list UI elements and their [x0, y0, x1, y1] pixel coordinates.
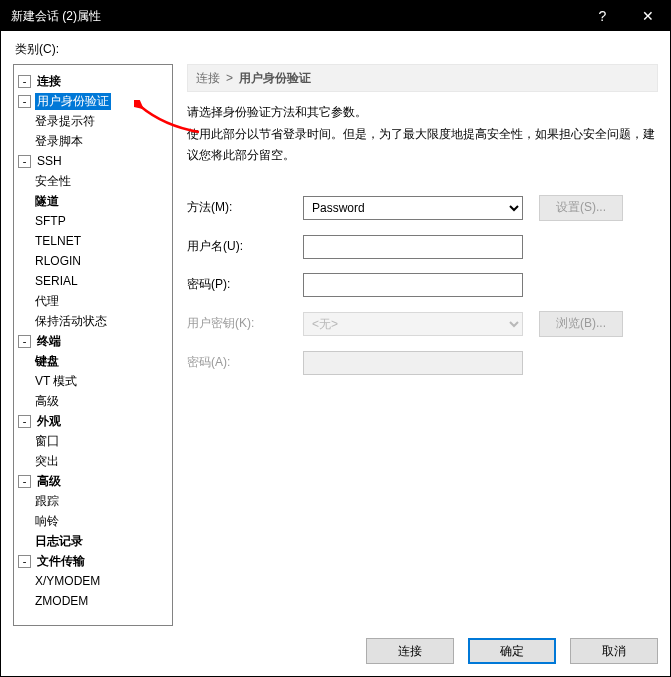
userkey-select: <无>	[303, 312, 523, 336]
password-input[interactable]	[303, 273, 523, 297]
password-label: 密码(P):	[187, 276, 287, 293]
expander-icon[interactable]: -	[18, 335, 31, 348]
tree-vt[interactable]: VT 模式	[33, 373, 79, 390]
window-title: 新建会话 (2)属性	[11, 8, 580, 25]
tree-telnet[interactable]: TELNET	[33, 234, 83, 248]
userkey-label: 用户密钥(K):	[187, 315, 287, 332]
columns: -连接 -用户身份验证 .登录提示符 .登录脚本 -SSH	[13, 64, 658, 626]
cancel-button[interactable]: 取消	[570, 638, 658, 664]
auth-form: 方法(M): Password 设置(S)... 用户名(U): 密码(P): …	[187, 195, 658, 375]
dialog-body: 类别(C): -连接 -用户身份验证 .登录提示符	[1, 31, 670, 676]
tree-highlight[interactable]: 突出	[33, 453, 61, 470]
tree-rlogin[interactable]: RLOGIN	[33, 254, 83, 268]
connect-button[interactable]: 连接	[366, 638, 454, 664]
expander-icon[interactable]: -	[18, 155, 31, 168]
browse-button: 浏览(B)...	[539, 311, 623, 337]
ok-button[interactable]: 确定	[468, 638, 556, 664]
description: 请选择身份验证方法和其它参数。 使用此部分以节省登录时间。但是，为了最大限度地提…	[187, 102, 658, 167]
method-label: 方法(M):	[187, 199, 287, 216]
titlebar: 新建会话 (2)属性 ? ✕	[1, 1, 670, 31]
category-tree[interactable]: -连接 -用户身份验证 .登录提示符 .登录脚本 -SSH	[13, 64, 173, 626]
tree-security[interactable]: 安全性	[33, 173, 73, 190]
help-button[interactable]: ?	[580, 1, 625, 31]
category-label: 类别(C):	[15, 41, 658, 58]
passphrase-input	[303, 351, 523, 375]
tree-appearance[interactable]: 外观	[35, 413, 63, 430]
breadcrumb-current: 用户身份验证	[239, 70, 311, 87]
settings-button: 设置(S)...	[539, 195, 623, 221]
tree-keepalive[interactable]: 保持活动状态	[33, 313, 109, 330]
desc-line-2: 使用此部分以节省登录时间。但是，为了最大限度地提高安全性，如果担心安全问题，建议…	[187, 124, 658, 167]
dialog-window: 新建会话 (2)属性 ? ✕ 类别(C): -连接 -用户身份验证 .登录提示符	[0, 0, 671, 677]
tree-proxy[interactable]: 代理	[33, 293, 61, 310]
right-panel: 连接 > 用户身份验证 请选择身份验证方法和其它参数。 使用此部分以节省登录时间…	[187, 64, 658, 626]
expander-icon[interactable]: -	[18, 475, 31, 488]
tree-login-prompt[interactable]: 登录提示符	[33, 113, 97, 130]
username-label: 用户名(U):	[187, 238, 287, 255]
expander-icon[interactable]: -	[18, 95, 31, 108]
tree-keyboard[interactable]: 键盘	[33, 353, 61, 370]
chevron-right-icon: >	[226, 71, 233, 85]
expander-icon[interactable]: -	[18, 75, 31, 88]
tree-transfer[interactable]: 文件传输	[35, 553, 87, 570]
expander-icon[interactable]: -	[18, 415, 31, 428]
desc-line-1: 请选择身份验证方法和其它参数。	[187, 102, 658, 124]
tree-sftp[interactable]: SFTP	[33, 214, 68, 228]
tree-logging[interactable]: 日志记录	[33, 533, 85, 550]
breadcrumb: 连接 > 用户身份验证	[187, 64, 658, 92]
method-select[interactable]: Password	[303, 196, 523, 220]
close-button[interactable]: ✕	[625, 1, 670, 31]
username-input[interactable]	[303, 235, 523, 259]
tree-connection[interactable]: 连接	[35, 73, 63, 90]
tree-advanced[interactable]: 高级	[35, 473, 63, 490]
passphrase-label: 密码(A):	[187, 354, 287, 371]
tree-bell[interactable]: 响铃	[33, 513, 61, 530]
tree-serial[interactable]: SERIAL	[33, 274, 80, 288]
tree-t-adv[interactable]: 高级	[33, 393, 61, 410]
tree-terminal[interactable]: 终端	[35, 333, 63, 350]
tree-tunnel[interactable]: 隧道	[33, 193, 61, 210]
breadcrumb-root[interactable]: 连接	[196, 70, 220, 87]
tree-login-script[interactable]: 登录脚本	[33, 133, 85, 150]
tree-trace[interactable]: 跟踪	[33, 493, 61, 510]
expander-icon[interactable]: -	[18, 555, 31, 568]
tree-ssh[interactable]: SSH	[35, 154, 64, 168]
tree-window[interactable]: 窗囗	[33, 433, 61, 450]
tree-xym[interactable]: X/YMODEM	[33, 574, 102, 588]
tree-auth[interactable]: 用户身份验证	[35, 93, 111, 110]
tree-zm[interactable]: ZMODEM	[33, 594, 90, 608]
footer: 连接 确定 取消	[13, 626, 658, 664]
